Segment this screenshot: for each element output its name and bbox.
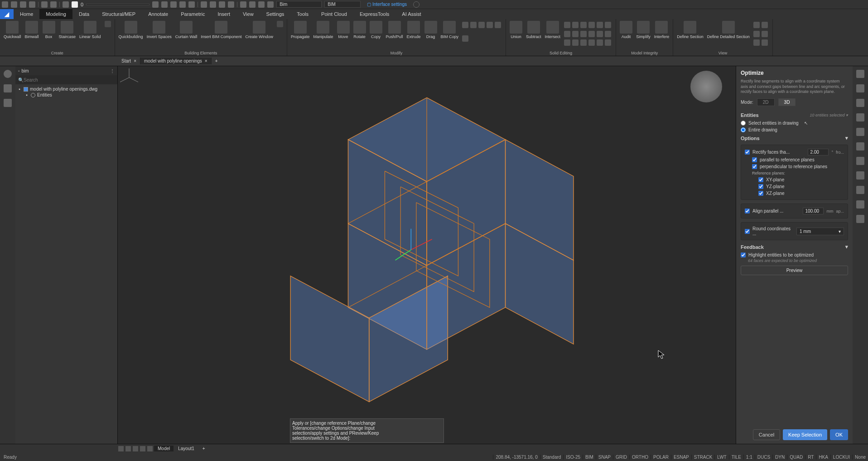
tool-curtainwall[interactable]: Curtain Wall [174,20,199,49]
lightbulb-icon[interactable] [4,70,12,78]
list-icon[interactable] [267,1,274,8]
misc-icon[interactable] [572,31,579,37]
rail-icon[interactable] [856,84,864,92]
command-prompt[interactable]: Apply or [change reference Plane/change … [290,418,444,443]
rail-icon[interactable] [856,215,864,223]
menu-parametric[interactable]: Parametric [174,9,211,19]
tool-propagate[interactable]: Propagate [289,20,312,49]
tool-icon[interactable] [170,1,177,8]
status-cell[interactable]: QUAD [787,455,805,460]
status-cell[interactable]: GRID [613,455,629,460]
menu-structural[interactable]: Structural/MEP [96,9,142,19]
select-cursor-icon[interactable]: ↖ [804,121,808,126]
misc-icon[interactable] [753,22,760,28]
perpendicular-checkbox[interactable] [752,164,757,169]
misc-icon[interactable] [470,22,477,28]
doc-tab-start[interactable]: Start × [118,58,140,64]
layout-tab-layout1[interactable]: Layout1 [174,446,198,451]
menu-settings[interactable]: Settings [260,9,291,19]
rail-icon[interactable] [856,128,864,136]
tool-rotate[interactable]: Rotate [352,20,368,49]
help-icon[interactable] [413,1,420,8]
misc-icon[interactable] [762,39,768,46]
redo-icon[interactable] [50,1,57,8]
cancel-button[interactable]: Cancel [753,429,780,440]
close-icon[interactable]: × [134,58,136,63]
tool-invertspaces[interactable]: Invert Spaces [145,20,174,49]
status-cell[interactable]: DYN [772,455,787,460]
rail-icon[interactable] [856,171,864,180]
rail-icon[interactable] [856,99,864,107]
radio-entire-drawing[interactable]: Entire drawing [741,126,848,133]
align-value-input[interactable] [803,208,824,214]
menu-aiassist[interactable]: AI Assist [395,9,427,19]
misc-icon[interactable] [588,31,595,37]
yz-checkbox[interactable] [758,184,763,189]
rail-icon[interactable] [856,186,864,194]
menu-tools[interactable]: Tools [290,9,315,19]
misc-icon[interactable] [495,22,501,28]
xy-checkbox[interactable] [758,177,763,182]
layer-swatch[interactable] [72,1,78,8]
workspace-dropdown[interactable]: BIM [324,1,361,8]
rectify-value-input[interactable] [808,149,829,155]
misc-icon[interactable] [580,22,587,28]
status-cell[interactable]: Standard [540,455,564,460]
feedback-section[interactable]: Feedback ▾ [741,242,848,252]
mode-2d-button[interactable]: 2D [757,98,775,106]
preview-button[interactable]: Preview [741,266,848,275]
checkbox[interactable] [24,87,28,92]
misc-icon[interactable] [564,22,570,28]
close-icon[interactable]: × [205,58,207,63]
tool-definesection[interactable]: Define Section [675,20,705,49]
tool-quickwall[interactable]: Quickwall [2,20,23,49]
misc-icon[interactable] [462,22,468,28]
menu-home[interactable]: Home [14,9,39,19]
layout-tab-model[interactable]: Model [154,446,174,451]
tool-interfere[interactable]: Interfere [652,20,671,49]
radio-input[interactable] [741,121,746,126]
cube-icon[interactable] [219,1,225,8]
tool-icon[interactable] [188,1,195,8]
align-checkbox[interactable] [745,209,750,214]
app-logo[interactable]: ◢ [0,9,14,19]
ok-button[interactable]: OK [830,429,848,440]
layout-tab-add[interactable]: + [199,446,209,451]
tool-linearsolid[interactable]: Linear Solid [77,20,103,49]
misc-icon[interactable] [597,22,603,28]
status-cell[interactable]: TILE [729,455,743,460]
xz-checkbox[interactable] [758,191,763,196]
tool-misc[interactable] [103,20,113,49]
tool-audit[interactable]: Audit [618,20,634,49]
doc-tab-add[interactable]: + [212,58,222,64]
status-cell[interactable]: ISO-25 [563,455,583,460]
status-cell[interactable]: None [852,455,868,460]
highlight-checkbox[interactable] [741,252,746,257]
view-cube[interactable] [690,71,722,102]
rail-icon[interactable] [856,157,864,165]
layer-dropdown[interactable] [86,4,149,5]
prev-icon[interactable] [125,446,131,451]
misc-icon[interactable] [580,39,587,46]
list-icon[interactable] [147,446,153,451]
menu-insert[interactable]: Insert [211,9,236,19]
misc-icon[interactable] [762,31,768,37]
tool-bimwall[interactable]: Bimwall [23,20,41,49]
tool-box[interactable]: Box [41,20,57,49]
misc-icon[interactable] [564,31,570,37]
round-select[interactable]: 1 mm ▾ [796,228,844,235]
tool-union[interactable]: Union [508,20,524,49]
menu-view[interactable]: View [236,9,260,19]
radio-input[interactable] [741,127,746,132]
tree-entities[interactable]: ▪ Entities [17,92,116,98]
tree-root[interactable]: ▪ model with polyline openings.dwg [17,86,116,92]
interface-settings-link[interactable]: ▢ Interface settings [363,2,410,7]
status-cell[interactable]: SNAP [596,455,613,460]
tool-drag[interactable]: Drag [423,20,439,49]
save-icon[interactable] [29,1,35,8]
status-cell[interactable]: ORTHO [629,455,651,460]
tool-intersect[interactable]: Intersect [543,20,563,49]
menu-annotate[interactable]: Annotate [142,9,174,19]
misc-icon[interactable] [487,22,493,28]
tool-createwindow[interactable]: Create Window [243,20,275,49]
